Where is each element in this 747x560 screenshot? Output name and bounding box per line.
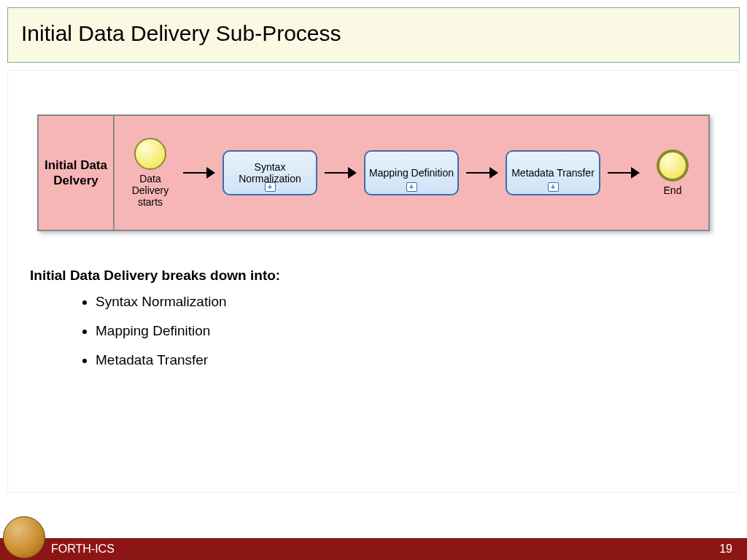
activity-label: Mapping Definition	[369, 167, 454, 179]
footer-org: FORTH-ICS	[51, 542, 115, 556]
content-area: Initial Data Delvery Data Delivery start…	[7, 70, 740, 493]
list-item: Mapping Definition	[96, 323, 717, 339]
activity-syntax-normalization: Syntax Normalization +	[222, 150, 317, 195]
body-text: Initial Data Delivery breaks down into: …	[30, 268, 717, 368]
arrow-icon	[183, 166, 215, 180]
end-event-label: End	[664, 184, 682, 196]
start-circle-icon	[134, 138, 166, 170]
lane-label: Initial Data Delvery	[39, 116, 115, 230]
bullet-list: Syntax Normalization Mapping Definition …	[30, 294, 717, 368]
footer-page-number: 19	[719, 542, 732, 556]
activity-label: Syntax Normalization	[224, 161, 316, 184]
arrow-icon	[466, 166, 498, 180]
footer-bar: FORTH-ICS 19	[0, 538, 747, 560]
activity-mapping-definition: Mapping Definition +	[364, 150, 459, 195]
title-bar: Initial Data Delivery Sub-Process	[7, 7, 740, 63]
expand-icon[interactable]: +	[406, 182, 417, 192]
arrow-icon	[325, 166, 357, 180]
expand-icon[interactable]: +	[265, 182, 276, 192]
end-event: End	[647, 149, 698, 196]
activity-metadata-transfer: Metadata Transfer +	[506, 150, 600, 195]
start-event: Data Delivery starts	[125, 138, 176, 208]
lead-text: Initial Data Delivery breaks down into:	[30, 268, 717, 284]
activity-label: Metadata Transfer	[511, 167, 595, 179]
list-item: Metadata Transfer	[96, 352, 717, 368]
page-title: Initial Data Delivery Sub-Process	[21, 21, 726, 46]
end-circle-icon	[657, 149, 689, 182]
org-seal-icon	[3, 516, 45, 559]
start-event-label: Data Delivery starts	[125, 173, 176, 208]
lane-body: Data Delivery starts Syntax Normalizatio…	[115, 116, 708, 230]
diagram-container: Initial Data Delvery Data Delivery start…	[37, 114, 710, 231]
arrow-icon	[608, 166, 640, 180]
bpmn-lane: Initial Data Delvery Data Delivery start…	[37, 114, 710, 231]
list-item: Syntax Normalization	[96, 294, 717, 310]
expand-icon[interactable]: +	[548, 182, 559, 192]
